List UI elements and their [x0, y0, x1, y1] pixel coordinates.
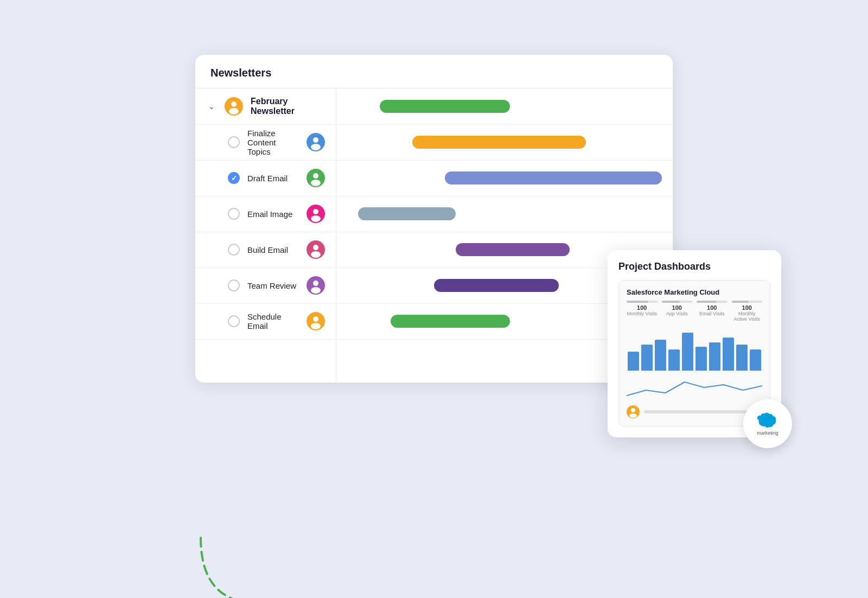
metric-label-3: Email Visits: [697, 311, 727, 316]
gantt-bar-finalize: [412, 136, 586, 149]
svg-point-7: [313, 173, 318, 179]
bar-chart: [627, 327, 762, 371]
svg-point-13: [313, 245, 318, 250]
task-name-image: Email Image: [247, 209, 299, 219]
bar-item: [641, 345, 653, 371]
svg-point-10: [313, 209, 318, 214]
bar-item: [682, 333, 693, 371]
task-info: ⌄ February Newsletter: [206, 97, 325, 116]
metric-item-1: 100 Monthly Visits: [627, 301, 658, 322]
svg-point-24: [629, 413, 637, 418]
svg-point-16: [313, 281, 318, 286]
metric-item-3: 100 Email Visits: [697, 301, 727, 322]
table-row: ⌄ February Newsletter: [195, 88, 673, 124]
svg-point-14: [311, 251, 321, 258]
task-info: Email Image: [228, 205, 325, 223]
bar-item: [668, 349, 680, 371]
task-info: Draft Email: [228, 169, 325, 187]
task-cell-build: Build Email: [195, 232, 336, 268]
metrics-row: 100 Monthly Visits 100 App Visits 100 Em…: [627, 301, 762, 322]
table-row: Draft Email: [195, 160, 673, 196]
table-row: Build Email: [195, 232, 673, 268]
svg-point-2: [229, 108, 239, 114]
gantt-table: ⌄ February Newsletter: [195, 88, 673, 383]
metric-label-4: Monthly Active Visits: [732, 311, 763, 322]
table-row: Schedule Email: [195, 303, 673, 339]
task-info: Schedule Email: [228, 312, 325, 330]
checkbox-build[interactable]: [228, 244, 240, 256]
metric-value-1: 100: [627, 304, 658, 311]
svg-point-11: [311, 215, 321, 222]
footer-bar: [644, 410, 762, 413]
table-row: Email Image: [195, 196, 673, 232]
checkbox-image[interactable]: [228, 208, 240, 220]
line-chart: [627, 374, 762, 401]
task-name-finalize: Finalize Content Topics: [247, 129, 299, 156]
checkbox-review[interactable]: [228, 279, 240, 291]
bar-item: [655, 340, 666, 371]
gantt-bar-feb: [380, 100, 510, 113]
dashed-arrow: [195, 532, 564, 598]
svg-point-19: [313, 316, 318, 322]
table-row: Team Review: [195, 268, 673, 303]
checkbox-finalize[interactable]: [228, 136, 240, 148]
main-container: Newsletters ⌄: [108, 55, 760, 543]
task-info: Finalize Content Topics: [228, 129, 325, 156]
svg-point-4: [313, 137, 318, 143]
dashboard-title: Project Dashboards: [618, 261, 770, 272]
task-name-build: Build Email: [247, 245, 299, 255]
metric-value-3: 100: [697, 304, 727, 311]
task-cell-finalize: Finalize Content Topics: [195, 124, 336, 160]
svg-point-8: [311, 180, 321, 186]
checkbox-schedule[interactable]: [228, 315, 240, 327]
task-info: Build Email: [228, 240, 325, 259]
table-row: Finalize Content Topics: [195, 124, 673, 160]
dashboard-inner-title: Salesforce Marketing Cloud: [627, 288, 762, 296]
svg-point-17: [311, 287, 321, 294]
bar-item: [628, 352, 639, 371]
dashboard-card: Project Dashboards Salesforce Marketing …: [608, 250, 781, 437]
salesforce-badge: marketing: [743, 399, 792, 448]
avatar-orange2: [307, 312, 325, 330]
gantt-header: Newsletters: [195, 55, 673, 88]
metric-value-4: 100: [732, 304, 763, 311]
avatar-orange: [225, 97, 243, 116]
task-cell-draft: Draft Email: [195, 160, 336, 196]
task-name-schedule: Schedule Email: [247, 312, 299, 330]
avatar-blue: [307, 133, 325, 151]
bar-item: [750, 349, 761, 371]
metric-label-2: App Visits: [662, 311, 693, 316]
gantt-card: Newsletters ⌄: [195, 55, 673, 383]
table-row-empty: [195, 339, 673, 383]
task-cell-schedule: Schedule Email: [195, 303, 336, 339]
bar-item: [736, 345, 748, 371]
svg-point-23: [631, 408, 635, 412]
gantt-bar-review: [434, 279, 559, 292]
gantt-bar-schedule: [391, 315, 510, 328]
task-name-draft: Draft Email: [247, 174, 299, 183]
chart-cell-feb: [336, 88, 673, 124]
chart-cell-image: [336, 196, 673, 232]
chart-cell-draft: [336, 160, 673, 196]
task-name-feb-newsletter: February Newsletter: [251, 97, 325, 116]
checkbox-draft[interactable]: [228, 172, 240, 184]
svg-point-1: [231, 101, 237, 107]
metric-item-4: 100 Monthly Active Visits: [732, 301, 763, 322]
chart-cell-finalize: [336, 124, 673, 160]
avatar-purple: [307, 276, 325, 295]
footer-avatar: [627, 405, 640, 418]
avatar-green: [307, 169, 325, 187]
chevron-down-icon[interactable]: ⌄: [206, 101, 217, 112]
bar-item: [709, 342, 720, 371]
salesforce-label: marketing: [757, 430, 778, 436]
metric-label-1: Monthly Visits: [627, 311, 658, 316]
task-name-review: Team Review: [247, 281, 299, 290]
dashboard-footer: [627, 405, 762, 418]
svg-point-20: [311, 323, 321, 329]
dashboard-inner: Salesforce Marketing Cloud 100 Monthly V…: [618, 280, 770, 427]
task-cell-empty: [195, 339, 336, 383]
bar-item: [695, 347, 707, 371]
task-cell-image: Email Image: [195, 196, 336, 232]
gantt-bar-build: [456, 243, 570, 256]
metric-value-2: 100: [662, 304, 693, 311]
